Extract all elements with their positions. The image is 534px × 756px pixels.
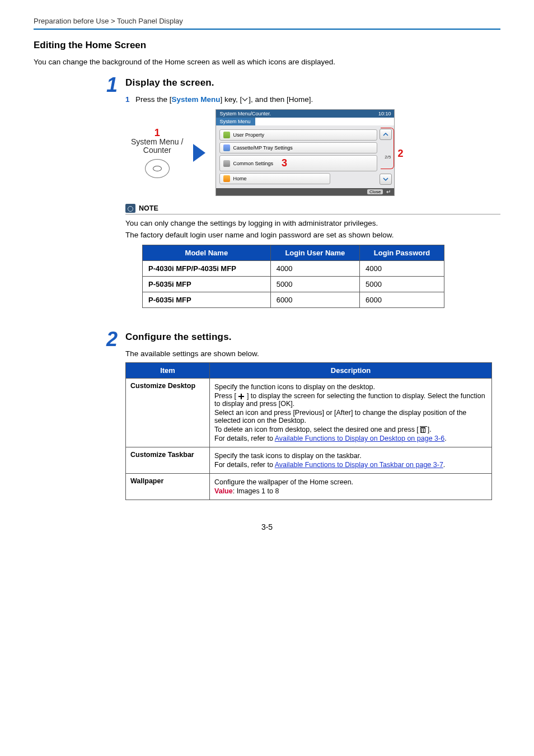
screen-tab: System Menu xyxy=(216,118,255,125)
screen-title: System Menu/Counter. xyxy=(219,111,271,116)
table-row: Wallpaper Configure the wallpaper of the… xyxy=(126,474,492,500)
scroll-up-button[interactable] xyxy=(380,129,392,140)
enter-icon: ↵ xyxy=(386,189,391,195)
chevron-down-icon xyxy=(242,97,249,102)
breadcrumb: Preparation before Use > Touch Panel Dis… xyxy=(34,17,500,29)
cassette-icon xyxy=(223,144,230,151)
step2-intro: The available settings are shown below. xyxy=(125,349,500,358)
credentials-table: Model Name Login User Name Login Passwor… xyxy=(142,245,444,308)
scroll-down-button[interactable] xyxy=(380,174,392,185)
table-row: Customize Taskbar Specify the task icons… xyxy=(126,447,492,474)
note-line-1: You can only change the settings by logg… xyxy=(125,219,500,227)
substep-number: 1 xyxy=(125,95,135,104)
menu-cassette[interactable]: Cassette/MP Tray Settings xyxy=(219,142,377,153)
link-taskbar-functions[interactable]: Available Functions to Display on Taskba… xyxy=(275,461,443,469)
settings-table: Item Description Customize Desktop Speci… xyxy=(125,362,492,500)
link-desktop-functions[interactable]: Available Functions to Display on Deskto… xyxy=(275,435,444,442)
step2-title: Configure the settings. xyxy=(125,332,500,343)
step1-title: Display the screen. xyxy=(125,77,500,88)
page-title: Editing the Home Screen xyxy=(34,40,500,51)
callout-2: 2 xyxy=(397,148,403,160)
diagram: 1 System Menu / Counter System Menu/Coun… xyxy=(125,109,500,196)
intro-text: You can change the background of the Hom… xyxy=(34,58,500,66)
table-row: P-6035i MFP 6000 6000 xyxy=(143,292,444,308)
th-pass: Login Password xyxy=(360,245,444,261)
user-icon xyxy=(223,132,230,138)
table-row: Customize Desktop Specify the function i… xyxy=(126,379,492,447)
th-user: Login User Name xyxy=(270,245,359,261)
th-item: Item xyxy=(126,363,210,379)
heading-rule xyxy=(34,29,500,30)
plus-icon xyxy=(238,393,245,400)
close-button[interactable]: Close xyxy=(367,189,383,194)
home-icon xyxy=(223,175,230,182)
menu-common-settings[interactable]: Common Settings 3 xyxy=(219,155,377,171)
pager: 2/5 xyxy=(385,155,391,160)
substep-text: Press the [System Menu] key, [], and the… xyxy=(135,95,313,104)
table-row: P-4030i MFP/P-4035i MFP 4000 4000 xyxy=(143,261,444,277)
value-label: Value xyxy=(214,487,233,495)
note-block: NOTE You can only change the settings by… xyxy=(125,204,500,308)
step-number-2: 2 xyxy=(34,329,125,500)
note-label: NOTE xyxy=(139,204,158,212)
th-model: Model Name xyxy=(143,245,271,261)
menu-user-property[interactable]: User Property xyxy=(219,129,377,141)
hardware-panel: 1 System Menu / Counter xyxy=(131,127,183,179)
touch-screen: System Menu/Counter. 10:10 System Menu 2… xyxy=(216,109,395,196)
system-menu-label: System Menu / Counter xyxy=(131,138,183,155)
callout-3: 3 xyxy=(282,157,287,169)
common-icon xyxy=(223,160,230,167)
page-number: 3-5 xyxy=(34,522,500,531)
table-row: P-5035i MFP 5000 5000 xyxy=(143,277,444,292)
screen-time: 10:10 xyxy=(378,111,391,116)
system-menu-term: System Menu xyxy=(172,95,221,104)
system-menu-key[interactable] xyxy=(145,159,170,178)
note-icon xyxy=(125,204,135,213)
note-line-2: The factory default login user name and … xyxy=(125,231,500,239)
step-number-1: 1 xyxy=(34,75,125,314)
th-desc: Description xyxy=(210,363,492,379)
menu-home[interactable]: Home xyxy=(219,173,330,184)
arrow-right-icon xyxy=(193,144,205,162)
trash-icon xyxy=(420,427,425,433)
